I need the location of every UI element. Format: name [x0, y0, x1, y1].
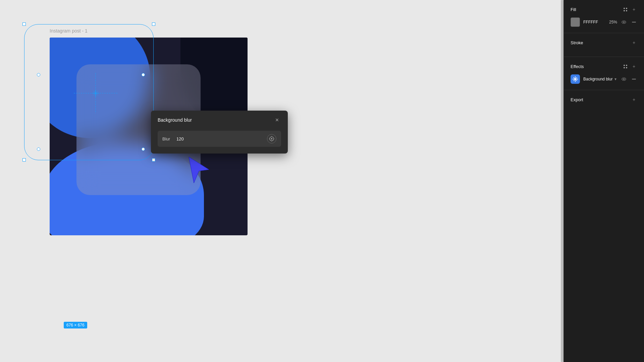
- fill-opacity[interactable]: 25%: [605, 20, 617, 24]
- effect-visibility-button[interactable]: [621, 76, 627, 82]
- blur-value[interactable]: 120: [176, 136, 263, 141]
- handle-dot-right-mid[interactable]: [142, 73, 145, 76]
- popup-close-button[interactable]: ×: [273, 116, 281, 124]
- fill-section-header: Fill +: [571, 6, 637, 13]
- handle-top-right[interactable]: [152, 22, 155, 26]
- export-add-button[interactable]: +: [631, 96, 637, 103]
- handle-top-left[interactable]: [22, 22, 26, 26]
- popup-body: Blur 120: [151, 129, 288, 154]
- svg-point-7: [271, 138, 272, 139]
- effect-row: Background blur ▾: [571, 74, 637, 84]
- effect-dropdown-icon[interactable]: ▾: [614, 77, 616, 81]
- effect-remove-button[interactable]: [631, 76, 637, 82]
- effects-actions: +: [624, 63, 637, 70]
- grid-dot: [624, 67, 625, 68]
- svg-point-25: [623, 78, 625, 80]
- effect-type-icon: [571, 74, 580, 84]
- grid-dot: [624, 65, 625, 66]
- fill-color-swatch[interactable]: [571, 17, 580, 27]
- export-section: Export +: [564, 90, 644, 114]
- grid-dot: [626, 8, 627, 9]
- effect-name: Background blur ▾: [583, 77, 617, 81]
- effect-minus-icon: [632, 79, 636, 79]
- popup-title: Background blur: [158, 117, 192, 123]
- dimension-label: 676 × 676: [64, 322, 87, 328]
- stroke-title: Stroke: [571, 40, 583, 45]
- stroke-section-header: Stroke +: [571, 39, 637, 46]
- svg-point-21: [575, 81, 576, 82]
- background-blur-icon: [573, 76, 578, 82]
- effect-eye-icon: [622, 77, 626, 81]
- stroke-section: Stroke +: [564, 33, 644, 57]
- export-title: Export: [571, 97, 583, 102]
- stroke-add-button[interactable]: +: [631, 39, 637, 46]
- fill-visibility-button[interactable]: [621, 19, 627, 25]
- blur-adjust-icon: [269, 136, 274, 141]
- fill-add-button[interactable]: +: [631, 6, 637, 13]
- effects-section-header: Effects +: [571, 63, 637, 70]
- svg-rect-15: [632, 22, 636, 22]
- fill-remove-button[interactable]: [631, 19, 637, 25]
- handle-dot-right-bottom[interactable]: [142, 147, 145, 151]
- svg-point-20: [575, 76, 576, 77]
- fill-row: FFFFFF 25%: [571, 17, 637, 27]
- scrollbar[interactable]: [561, 0, 564, 362]
- svg-rect-26: [632, 79, 636, 79]
- grid-dot: [626, 65, 627, 66]
- eye-icon: [622, 20, 626, 24]
- minus-icon: [632, 22, 636, 22]
- fill-section: Fill + FFFFFF 25%: [564, 0, 644, 33]
- canvas-label: Instagram post - 1: [50, 28, 88, 34]
- handle-dot-left-bottom[interactable]: [37, 147, 40, 151]
- effects-grid-icon[interactable]: [624, 65, 627, 68]
- effects-title: Effects: [571, 64, 584, 69]
- grid-dot: [626, 10, 627, 11]
- right-panel: Fill + FFFFFF 25%: [564, 0, 644, 362]
- svg-point-14: [623, 21, 625, 23]
- svg-point-23: [577, 79, 578, 79]
- handle-bottom-left[interactable]: [22, 158, 26, 162]
- fill-title: Fill: [571, 7, 576, 12]
- popup-header: Background blur ×: [151, 111, 288, 129]
- scrollbar-thumb[interactable]: [561, 0, 564, 362]
- fill-color-hex[interactable]: FFFFFF: [583, 20, 602, 24]
- blur-row: Blur 120: [158, 131, 281, 147]
- grid-dot: [624, 10, 625, 11]
- svg-point-22: [573, 79, 573, 79]
- blur-label: Blur: [162, 136, 172, 141]
- grid-dot: [626, 67, 627, 68]
- blur-icon-button[interactable]: [267, 134, 276, 143]
- grid-dot: [624, 8, 625, 9]
- handle-bottom-right[interactable]: [152, 158, 155, 162]
- handle-dot-left-mid[interactable]: [37, 73, 40, 76]
- fill-grid-icon[interactable]: [624, 8, 627, 11]
- fill-actions: +: [624, 6, 637, 13]
- effects-section: Effects +: [564, 57, 644, 90]
- background-blur-popup: Background blur × Blur 120: [151, 111, 288, 154]
- canvas-area: Instagram post - 1 676 × 676 Backg: [0, 0, 564, 362]
- effects-add-button[interactable]: +: [631, 63, 637, 70]
- export-section-header: Export +: [571, 96, 637, 103]
